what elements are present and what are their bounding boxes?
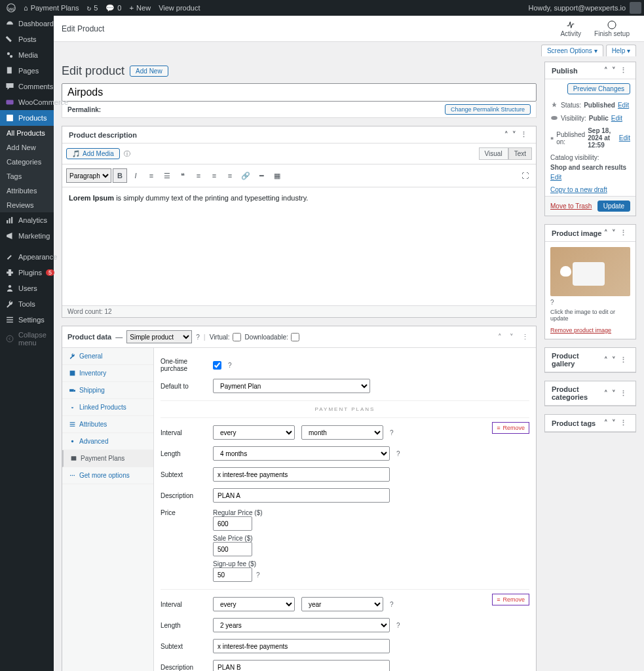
more-icon[interactable]: ⋮ [520, 333, 531, 341]
more-icon[interactable]: ⋮ [618, 356, 629, 364]
bullet-list-icon[interactable]: ≡ [144, 168, 159, 183]
add-new-button[interactable]: Add New [130, 66, 168, 77]
chevron-up-icon[interactable]: ˄ [602, 356, 610, 364]
edit-date-link[interactable]: Edit [619, 134, 630, 142]
interval-unit-select[interactable]: month [301, 425, 383, 440]
toolbar-toggle-icon[interactable]: ▦ [270, 168, 284, 183]
menu-collapse[interactable]: Collapse menu [0, 328, 54, 350]
submenu-add-new[interactable]: Add New [0, 140, 54, 155]
regular-price-input[interactable] [213, 516, 252, 531]
link-icon[interactable]: 🔗 [238, 168, 253, 183]
menu-plugins[interactable]: Plugins5 [0, 265, 54, 280]
help-icon[interactable]: ? [396, 450, 400, 457]
fullscreen-icon[interactable]: ⛶ [518, 168, 532, 183]
menu-settings[interactable]: Settings [0, 312, 54, 328]
signup-fee-input[interactable] [213, 567, 252, 582]
edit-status-link[interactable]: Edit [618, 102, 629, 109]
more-icon[interactable]: ⋮ [618, 419, 629, 427]
chevron-down-icon[interactable]: ˅ [610, 356, 618, 364]
edit-visibility-link[interactable]: Edit [611, 115, 622, 122]
menu-pages[interactable]: Pages [0, 63, 54, 79]
length-select[interactable]: 2 years [213, 618, 390, 632]
chevron-up-icon[interactable]: ˄ [602, 389, 610, 398]
finish-setup-button[interactable]: Finish setup [588, 20, 636, 37]
align-center-icon[interactable]: ≡ [207, 168, 221, 183]
more-icon[interactable]: ⋮ [618, 389, 629, 398]
menu-woocommerce[interactable]: WooCommerce [0, 94, 54, 110]
chevron-down-icon[interactable]: ˅ [610, 389, 618, 398]
sale-price-input[interactable] [213, 542, 252, 556]
site-name[interactable]: ⌂Payment Plans [20, 4, 83, 12]
tab-advanced[interactable]: Advanced [62, 433, 153, 450]
tab-linked[interactable]: Linked Products [62, 399, 153, 416]
submenu-tags[interactable]: Tags [0, 169, 54, 183]
submenu-categories[interactable]: Categories [0, 155, 54, 169]
chevron-up-icon[interactable]: ˄ [602, 66, 610, 75]
interval-freq-select[interactable]: every [213, 425, 295, 440]
add-media-button[interactable]: 🎵Add Media [66, 148, 120, 159]
menu-products[interactable]: Products [0, 110, 54, 126]
submenu-reviews[interactable]: Reviews [0, 198, 54, 212]
text-tab[interactable]: Text [508, 147, 532, 160]
help-tab[interactable]: Help ▾ [606, 45, 636, 56]
help-icon[interactable]: ? [256, 571, 260, 579]
menu-posts[interactable]: Posts [0, 31, 54, 47]
more-icon[interactable]: ⋮ [518, 130, 529, 139]
menu-marketing[interactable]: Marketing [0, 228, 54, 244]
remove-image-link[interactable]: Remove product image [550, 327, 611, 334]
tab-more-options[interactable]: Get more options [62, 467, 153, 484]
menu-dashboard[interactable]: Dashboard [0, 16, 54, 31]
change-permalink-button[interactable]: Change Permalink Structure [445, 104, 531, 115]
description-input[interactable] [213, 660, 390, 671]
align-right-icon[interactable]: ≡ [223, 168, 237, 183]
tab-attributes[interactable]: Attributes [62, 416, 153, 433]
tab-inventory[interactable]: Inventory [62, 365, 153, 382]
chevron-down-icon[interactable]: ˅ [510, 130, 518, 139]
preview-changes-button[interactable]: Preview Changes [567, 83, 630, 94]
product-title-input[interactable] [62, 83, 537, 102]
quote-icon[interactable]: ❝ [176, 168, 190, 183]
view-product[interactable]: View product [155, 4, 204, 12]
submenu-attributes[interactable]: Attributes [0, 183, 54, 198]
length-select[interactable]: 4 months [213, 446, 390, 461]
update-button[interactable]: Update [597, 201, 630, 212]
help-icon[interactable]: ? [228, 362, 232, 369]
virtual-checkbox[interactable]: Virtual: [210, 333, 241, 341]
help-icon[interactable]: ? [390, 601, 394, 608]
editor-content[interactable]: Lorem Ipsum is simply dummy text of the … [62, 187, 536, 305]
help-icon[interactable]: ? [390, 429, 394, 436]
menu-users[interactable]: Users [0, 280, 54, 296]
subtext-input[interactable] [213, 467, 390, 482]
screen-options-tab[interactable]: Screen Options ▾ [541, 45, 603, 56]
more-tag-icon[interactable]: ━ [254, 168, 269, 183]
italic-icon[interactable]: I [128, 168, 143, 183]
product-image-thumbnail[interactable] [550, 247, 630, 296]
help-icon[interactable]: ? [196, 334, 200, 341]
bold-icon[interactable]: B [113, 168, 127, 183]
chevron-down-icon[interactable]: ˅ [508, 333, 516, 341]
interval-freq-select[interactable]: every [213, 597, 295, 611]
chevron-down-icon[interactable]: ˅ [610, 66, 618, 75]
number-list-icon[interactable]: ☰ [160, 168, 174, 183]
help-icon[interactable]: ? [550, 299, 554, 306]
description-input[interactable] [213, 488, 390, 503]
menu-comments[interactable]: Comments [0, 79, 54, 94]
comments-bubble[interactable]: 💬0 [102, 4, 125, 12]
more-icon[interactable]: ⋮ [618, 229, 629, 237]
remove-plan-button[interactable]: ≡Remove [492, 594, 529, 605]
tab-shipping[interactable]: Shipping [62, 382, 153, 399]
interval-unit-select[interactable]: year [301, 597, 383, 611]
menu-appearance[interactable]: Appearance [0, 249, 54, 265]
menu-analytics[interactable]: Analytics [0, 212, 54, 228]
chevron-down-icon[interactable]: ˅ [610, 229, 618, 237]
submenu-all-products[interactable]: All Products [0, 126, 54, 140]
align-left-icon[interactable]: ≡ [191, 168, 206, 183]
more-icon[interactable]: ⋮ [618, 66, 629, 75]
chevron-up-icon[interactable]: ˄ [602, 229, 610, 237]
tab-payment-plans[interactable]: Payment Plans [62, 450, 153, 467]
remove-plan-button[interactable]: ≡Remove [492, 422, 529, 434]
menu-tools[interactable]: Tools [0, 296, 54, 312]
product-type-select[interactable]: Simple product [126, 330, 192, 343]
help-icon[interactable]: ? [396, 622, 400, 629]
one-time-checkbox[interactable] [213, 361, 221, 370]
